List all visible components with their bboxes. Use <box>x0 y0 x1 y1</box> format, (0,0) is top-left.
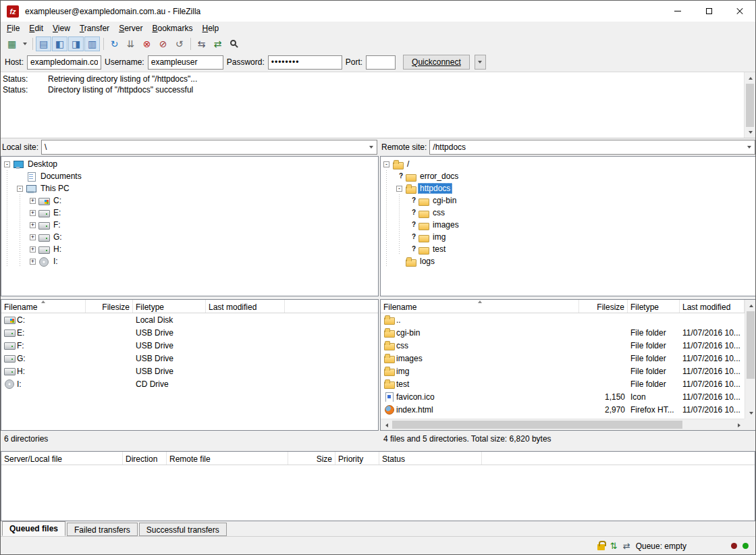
remote-file-row[interactable]: .. <box>381 313 756 326</box>
local-file-row[interactable]: I: CD Drive <box>1 377 378 390</box>
local-file-row[interactable]: G: USB Drive <box>1 352 378 365</box>
local-file-row[interactable]: H: USB Drive <box>1 365 378 377</box>
remote-file-row[interactable]: test File folder 11/07/2016 10... <box>381 377 756 390</box>
remote-file-row[interactable]: cgi-bin File folder 11/07/2016 10... <box>381 326 756 339</box>
scrollbar-thumb[interactable] <box>746 84 754 127</box>
column-header-modified[interactable]: Last modified <box>206 300 285 313</box>
tree-item-root[interactable]: - / <box>381 158 756 170</box>
disconnect-button[interactable]: ⊘ <box>155 36 171 51</box>
tab-successful-transfers[interactable]: Successful transfers <box>139 523 227 536</box>
column-header-filetype[interactable]: Filetype <box>628 300 680 313</box>
remote-file-row[interactable]: img File folder 11/07/2016 10... <box>381 365 756 377</box>
column-header-remote-file[interactable]: Remote file <box>167 452 288 465</box>
quickconnect-dropdown[interactable] <box>475 55 486 70</box>
chevron-down-icon[interactable] <box>744 140 755 154</box>
tree-item-drive-i[interactable]: + I: <box>1 255 378 267</box>
tree-expander-icon[interactable]: - <box>17 186 23 192</box>
column-header-modified[interactable]: Last modified <box>680 300 745 313</box>
tree-expander-icon[interactable]: + <box>30 198 36 204</box>
directory-comparison-button[interactable]: ⇆ <box>194 36 209 51</box>
tree-item-desktop[interactable]: - Desktop <box>1 158 378 170</box>
site-manager-dropdown[interactable] <box>20 36 29 51</box>
toggle-local-tree-button[interactable]: ◧ <box>52 36 68 51</box>
remote-file-row[interactable]: favicon.ico 1,150 Icon 11/07/2016 10... <box>381 390 756 403</box>
column-header-filesize[interactable]: Filesize <box>86 300 133 313</box>
tree-expander-icon[interactable]: + <box>30 246 36 253</box>
column-header-filesize[interactable]: Filesize <box>579 300 628 313</box>
scrollbar-thumb[interactable] <box>392 421 682 429</box>
tree-item-drive-g[interactable]: + G: <box>1 231 378 243</box>
synchronized-browsing-button[interactable]: ⇄ <box>210 36 225 51</box>
tree-item-this-pc[interactable]: - This PC <box>1 182 378 194</box>
remote-file-row[interactable]: images File folder 11/07/2016 10... <box>381 352 756 365</box>
scroll-down-icon[interactable] <box>745 407 756 419</box>
tree-expander-icon[interactable]: - <box>4 161 10 167</box>
host-input[interactable] <box>27 55 101 70</box>
refresh-button[interactable]: ↻ <box>107 36 122 51</box>
site-manager-button[interactable]: ▦ <box>4 36 20 51</box>
speed-limits-icon[interactable]: ⇅ <box>610 541 618 550</box>
toggle-remote-tree-button[interactable]: ◨ <box>68 36 84 51</box>
tree-item-drive-c[interactable]: + C: <box>1 194 378 207</box>
lock-icon[interactable] <box>597 544 605 550</box>
quickconnect-button[interactable]: Quickconnect <box>403 55 470 70</box>
tree-item-cgi-bin[interactable]: cgi-bin <box>381 194 756 207</box>
maximize-button[interactable] <box>693 1 724 22</box>
password-input[interactable] <box>268 55 342 70</box>
column-header-filetype[interactable]: Filetype <box>133 300 206 313</box>
tree-item-error-docs[interactable]: error_docs <box>381 170 756 182</box>
tree-item-css[interactable]: css <box>381 207 756 219</box>
menu-file[interactable]: File <box>2 22 24 35</box>
tree-item-documents[interactable]: Documents <box>1 170 378 182</box>
column-header-status[interactable]: Status <box>379 452 482 465</box>
local-file-row[interactable]: E: USB Drive <box>1 326 378 339</box>
tree-item-httpdocs[interactable]: - httpdocs <box>381 182 756 194</box>
scroll-up-icon[interactable] <box>745 300 756 311</box>
column-header-filename[interactable]: Filename <box>381 300 579 313</box>
menu-transfer[interactable]: Transfer <box>75 22 114 35</box>
tree-item-drive-h[interactable]: + H: <box>1 243 378 255</box>
process-queue-button[interactable]: ⇊ <box>123 36 138 51</box>
column-header-direction[interactable]: Direction <box>123 452 167 465</box>
find-files-button[interactable] <box>226 36 242 51</box>
local-file-row[interactable]: F: USB Drive <box>1 339 378 352</box>
menu-server[interactable]: Server <box>114 22 147 35</box>
tree-expander-icon[interactable]: + <box>30 210 36 216</box>
minimize-button[interactable] <box>662 1 693 22</box>
scroll-down-icon[interactable] <box>745 126 756 138</box>
data-transfer-icon[interactable]: ⇄ <box>623 541 630 550</box>
menu-view[interactable]: View <box>48 22 75 35</box>
menu-bookmarks[interactable]: Bookmarks <box>147 22 197 35</box>
tree-item-drive-f[interactable]: + F: <box>1 219 378 231</box>
cancel-button[interactable]: ⊗ <box>139 36 155 51</box>
tree-expander-icon[interactable] <box>396 259 402 265</box>
toggle-queue-button[interactable]: ▥ <box>84 36 100 51</box>
column-header-filename[interactable]: Filename <box>1 300 86 313</box>
scroll-left-icon[interactable] <box>381 419 392 431</box>
tree-expander-icon[interactable] <box>17 174 23 180</box>
tab-queued-files[interactable]: Queued files <box>2 521 65 536</box>
tree-item-logs[interactable]: logs <box>381 255 756 267</box>
remote-site-combo[interactable]: /httpdocs <box>429 140 755 155</box>
tree-expander-icon[interactable]: + <box>30 259 36 265</box>
toggle-message-log-button[interactable]: ▤ <box>36 36 51 51</box>
scroll-up-icon[interactable] <box>745 72 756 84</box>
menu-edit[interactable]: Edit <box>24 22 48 35</box>
tree-expander-icon[interactable]: + <box>30 222 36 228</box>
remote-file-row[interactable]: css File folder 11/07/2016 10... <box>381 339 756 352</box>
tree-expander-icon[interactable]: + <box>30 234 36 240</box>
remote-file-row[interactable]: index.html 2,970 Firefox HT... 11/07/201… <box>381 403 756 416</box>
local-site-combo[interactable]: \ <box>41 140 377 155</box>
port-input[interactable] <box>366 55 396 70</box>
username-input[interactable] <box>148 55 223 70</box>
tree-expander-icon[interactable]: - <box>383 161 389 167</box>
column-header-server-local-file[interactable]: Server/Local file <box>1 452 123 465</box>
local-file-row[interactable]: C: Local Disk <box>1 313 378 326</box>
chevron-down-icon[interactable] <box>366 140 377 154</box>
tree-expander-icon[interactable]: - <box>396 186 402 192</box>
tab-failed-transfers[interactable]: Failed transfers <box>67 523 138 536</box>
reconnect-button[interactable]: ↺ <box>171 36 187 51</box>
remote-list-vertical-scrollbar[interactable] <box>745 300 756 419</box>
log-scrollbar[interactable] <box>744 72 755 138</box>
remote-list-horizontal-scrollbar[interactable] <box>381 419 745 430</box>
